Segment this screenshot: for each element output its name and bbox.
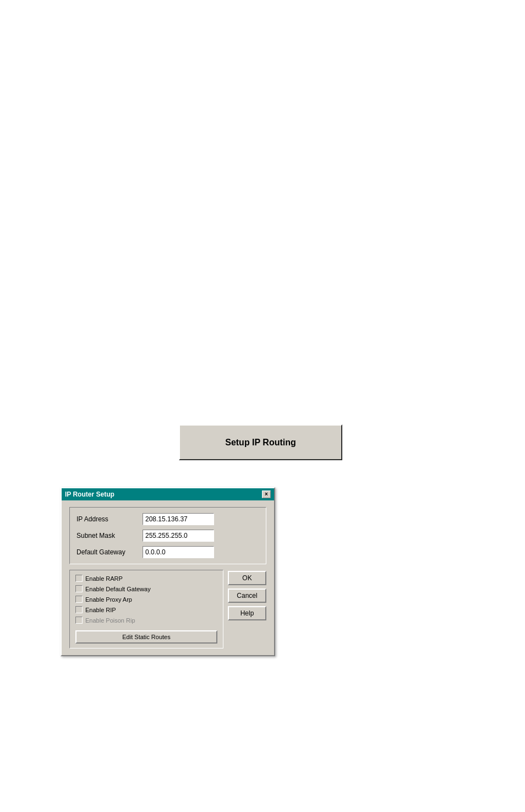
edit-static-routes-button[interactable]: Edit Static Routes: [75, 630, 217, 644]
setup-button-container: Setup IP Routing: [179, 424, 342, 460]
help-button[interactable]: Help: [228, 606, 266, 620]
enable-poison-rip-checkbox[interactable]: [75, 617, 83, 624]
ip-address-label: IP Address: [76, 515, 143, 523]
dialog-titlebar: IP Router Setup ×: [62, 488, 274, 500]
subnet-mask-input[interactable]: [143, 530, 214, 542]
enable-default-gateway-label: Enable Default Gateway: [85, 586, 151, 592]
ip-address-row: IP Address: [76, 513, 259, 525]
enable-rip-row: Enable RIP: [75, 606, 217, 613]
subnet-mask-label: Subnet Mask: [76, 532, 143, 539]
ip-router-setup-dialog: IP Router Setup × IP Address Subnet Mask…: [61, 487, 275, 656]
page-container: Setup IP Routing IP Router Setup × IP Ad…: [0, 0, 525, 812]
enable-proxy-arp-label: Enable Proxy Arp: [85, 596, 132, 603]
enable-poison-rip-label: Enable Poison Rip: [85, 617, 135, 624]
default-gateway-input[interactable]: [143, 546, 214, 558]
enable-proxy-arp-checkbox[interactable]: [75, 596, 83, 603]
fields-section: IP Address Subnet Mask Default Gateway: [69, 507, 266, 564]
setup-ip-routing-button[interactable]: Setup IP Routing: [179, 424, 342, 460]
ip-address-input[interactable]: [143, 513, 214, 525]
default-gateway-label: Default Gateway: [76, 548, 143, 556]
dialog-close-button[interactable]: ×: [262, 491, 271, 498]
lower-section: Enable RARP Enable Default Gateway Enabl…: [69, 570, 266, 648]
enable-rarp-row: Enable RARP: [75, 575, 217, 582]
subnet-mask-row: Subnet Mask: [76, 530, 259, 542]
enable-default-gateway-row: Enable Default Gateway: [75, 585, 217, 592]
enable-rip-checkbox[interactable]: [75, 606, 83, 613]
cancel-button[interactable]: Cancel: [228, 588, 266, 603]
checkboxes-section: Enable RARP Enable Default Gateway Enabl…: [69, 570, 223, 648]
action-buttons-column: OK Cancel Help: [228, 570, 266, 648]
default-gateway-row: Default Gateway: [76, 546, 259, 558]
enable-rarp-checkbox[interactable]: [75, 575, 83, 582]
enable-rip-label: Enable RIP: [85, 607, 116, 613]
dialog-content: IP Address Subnet Mask Default Gateway: [62, 500, 274, 655]
enable-default-gateway-checkbox[interactable]: [75, 585, 83, 592]
dialog-title: IP Router Setup: [65, 491, 114, 498]
ok-button[interactable]: OK: [228, 571, 266, 585]
enable-rarp-label: Enable RARP: [85, 575, 123, 582]
enable-proxy-arp-row: Enable Proxy Arp: [75, 596, 217, 603]
enable-poison-rip-row: Enable Poison Rip: [75, 617, 217, 624]
